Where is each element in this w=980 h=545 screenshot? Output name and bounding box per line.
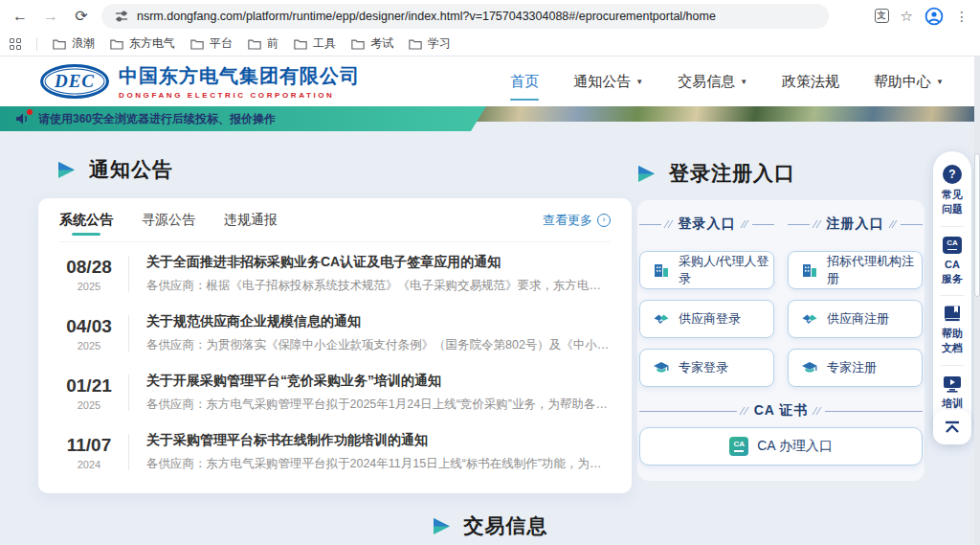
ticker-text: 请使用360安全浏览器进行后续投标、报价操作 (38, 111, 276, 127)
view-more-label: 查看更多 (543, 212, 592, 229)
notice-section: 通知公告 系统公告 寻源公告 违规通报 查看更多 › 08/28 2025 关 (38, 131, 632, 493)
bookmark-star-icon[interactable]: ☆ (901, 8, 913, 25)
expert-login-button[interactable]: 专家登录 (639, 349, 774, 387)
company-logo[interactable]: DEC 中国东方电气集团有限公司 DONGFANG ELECTRIC CORPO… (40, 63, 360, 100)
quickbar: ? 常见问题 CA CA服务 帮助文档 培训视频 (933, 151, 971, 437)
apps-grid-icon[interactable] (10, 38, 21, 50)
button-label: CA 办理入口 (757, 438, 833, 455)
divider (128, 375, 129, 411)
notice-date: 11/07 2024 (59, 435, 119, 470)
bookmark-folder[interactable]: 考试 (351, 35, 393, 52)
bookmarks-bar: 浪潮 东方电气 平台 前 工具 考试 学习 (0, 32, 980, 56)
ca-card-icon: CA (943, 237, 962, 254)
profile-avatar-icon[interactable] (924, 7, 944, 26)
notice-date: 08/28 2025 (59, 257, 119, 292)
quickbar-item-help-docs[interactable]: 帮助文档 (942, 304, 963, 357)
browser-menu-icon[interactable]: ⋮ (955, 9, 969, 24)
folder-icon (190, 38, 204, 50)
chevron-down-icon: ▼ (936, 78, 944, 86)
notice-tabs: 系统公告 寻源公告 违规通报 查看更多 › (59, 198, 611, 242)
ca-group-header: CA 证书 (639, 402, 923, 420)
nav-item-home[interactable]: 首页 (510, 67, 539, 97)
notice-list-item[interactable]: 11/07 2024 关于采购管理平台标书在线制作功能培训的通知 各供应商：东方… (59, 420, 611, 480)
register-column: 注册入口 招标代理机构注册 (788, 212, 923, 387)
nav-label: 首页 (510, 73, 539, 91)
notice-list-item[interactable]: 08/28 2025 关于全面推进非招标采购业务CA认证及电子签章应用的通知 各… (59, 242, 611, 302)
nav-label: 政策法规 (782, 73, 839, 91)
expert-register-button[interactable]: 专家注册 (788, 349, 923, 387)
graduation-cap-icon (801, 359, 818, 376)
tab-violation-reports[interactable]: 违规通报 (224, 199, 278, 241)
bookmark-label: 工具 (313, 35, 336, 52)
site-settings-icon[interactable] (115, 10, 128, 23)
back-to-top-button[interactable] (933, 410, 971, 444)
tab-sourcing-notices[interactable]: 寻源公告 (142, 199, 195, 241)
login-group-header: 登录入口 (639, 216, 774, 233)
quickbar-item-ca-service[interactable]: CA CA服务 (942, 235, 963, 288)
folder-icon (110, 38, 123, 50)
notice-list-item[interactable]: 04/03 2025 关于规范供应商企业规模信息的通知 各供应商：为贯彻落实《保… (59, 302, 611, 361)
supplier-login-button[interactable]: 供应商登录 (639, 300, 774, 338)
notice-date-md: 08/28 (59, 257, 119, 278)
speaker-icon (15, 112, 31, 125)
bookmark-folder[interactable]: 平台 (190, 35, 233, 52)
nav-item-help-center[interactable]: 帮助中心▼ (874, 67, 944, 97)
divider (128, 315, 129, 352)
notification-dot (27, 109, 33, 115)
bidding-agency-register-button[interactable]: 招标代理机构注册 (788, 251, 923, 289)
bookmark-folder[interactable]: 学习 (409, 35, 451, 52)
ca-apply-button[interactable]: CA CA 办理入口 (639, 427, 923, 466)
question-icon: ? (943, 165, 962, 184)
quickbar-item-faq[interactable]: ? 常见问题 (942, 163, 963, 218)
folder-icon (248, 38, 261, 50)
building-icon (653, 261, 670, 279)
nav-label: 通知公告 (573, 73, 631, 91)
training-video-icon (943, 375, 962, 393)
nav-label: 帮助中心 (874, 73, 931, 91)
url-text[interactable]: nsrm.dongfang.com/platform/runtime/epp/d… (137, 10, 716, 23)
bookmark-label: 学习 (428, 35, 451, 52)
divider (128, 434, 129, 470)
notice-title[interactable]: 关于全面推进非招标采购业务CA认证及电子签章应用的通知 (146, 254, 611, 271)
ca-icon-text: CA (947, 239, 958, 247)
notice-date: 01/21 2025 (59, 375, 119, 411)
divider (941, 295, 964, 296)
nav-item-notices[interactable]: 通知公告▼ (573, 67, 643, 97)
forward-icon[interactable]: → (40, 8, 61, 25)
building-icon (801, 261, 818, 279)
address-bar[interactable]: nsrm.dongfang.com/platform/runtime/epp/d… (101, 4, 829, 29)
nav-item-trade-info[interactable]: 交易信息▼ (678, 67, 747, 97)
notice-card: 系统公告 寻源公告 违规通报 查看更多 › 08/28 2025 关于全面推进非… (38, 198, 632, 493)
hero-banner: 请使用360安全浏览器进行后续投标、报价操作 (0, 106, 980, 131)
notice-title[interactable]: 关于规范供应商企业规模信息的通知 (146, 313, 611, 330)
notice-desc: 各供应商：为贯彻落实《保障中小企业款项支付条例》（国务院令第802号）及《中小企… (146, 337, 611, 353)
bookmark-label: 前 (267, 35, 278, 52)
handshake-icon (801, 310, 818, 328)
translate-icon[interactable]: 文 (875, 9, 889, 23)
notice-title[interactable]: 关于采购管理平台标书在线制作功能培训的通知 (146, 432, 611, 449)
circle-chevron-right-icon: › (597, 214, 611, 227)
section-arrow-icon (57, 161, 76, 179)
scrollbar-thumb[interactable] (974, 153, 980, 297)
notice-title[interactable]: 关于开展采购管理平台“竞价采购业务”培训的通知 (146, 373, 611, 390)
register-group-header: 注册入口 (788, 216, 923, 233)
bookmark-folder[interactable]: 浪潮 (53, 35, 95, 52)
supplier-register-button[interactable]: 供应商注册 (788, 300, 923, 338)
bookmark-folder[interactable]: 前 (248, 35, 278, 52)
button-label: 供应商登录 (679, 310, 741, 328)
buyer-agent-login-button[interactable]: 采购人/代理人登录 (639, 251, 774, 289)
dec-logo-icon: DEC (40, 64, 109, 99)
quickbar-label: CA (945, 259, 960, 270)
tab-system-notices[interactable]: 系统公告 (59, 199, 113, 241)
company-name-en: DONGFANG ELECTRIC CORPORATION (119, 91, 360, 100)
bookmark-folder[interactable]: 工具 (294, 35, 336, 52)
scrollbar-track[interactable] (974, 57, 980, 545)
back-icon[interactable]: ← (10, 8, 31, 25)
bookmark-folder[interactable]: 东方电气 (110, 35, 175, 52)
nav-item-policies[interactable]: 政策法规 (782, 67, 839, 97)
bookmark-label: 考试 (370, 35, 393, 52)
reload-icon[interactable]: ⟳ (71, 7, 92, 25)
view-more-link[interactable]: 查看更多 › (543, 212, 611, 229)
chevron-down-icon: ▼ (740, 78, 747, 86)
notice-list-item[interactable]: 01/21 2025 关于开展采购管理平台“竞价采购业务”培训的通知 各供应商：… (59, 361, 611, 420)
